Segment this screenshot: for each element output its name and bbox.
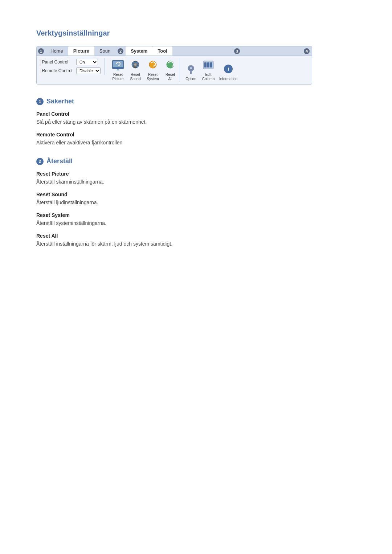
toolbar: 1 Home Picture Soun 2 System Tool 3 4 | … (36, 46, 312, 85)
reset-system-section: Reset System Återställ systeminställning… (36, 212, 356, 227)
sections-container: 1 Säkerhet Panel Control Slå på eller st… (36, 98, 356, 248)
right-icons: Option EditColumn (181, 58, 240, 82)
reset-picture-button[interactable]: ResetPicture (110, 58, 126, 82)
option-icon (184, 63, 197, 76)
remote-control-heading: Remote Control (36, 132, 356, 138)
tab-home[interactable]: Home (45, 46, 68, 56)
reset-picture-text: Återställ skärminställningarna. (36, 178, 356, 186)
panel-control-text: Slå på eller stäng av skärmen på en skär… (36, 118, 356, 126)
svg-rect-18 (207, 62, 209, 67)
reset-sound-section: Reset Sound Återställ ljudinställningarn… (36, 192, 356, 206)
reset-all-text: Återställ inställningarna för skärm, lju… (36, 240, 356, 248)
reset-sound-icon (129, 59, 142, 72)
information-icon: i (222, 63, 235, 76)
edit-column-button[interactable]: EditColumn (200, 58, 216, 82)
reset-icons: ResetPicture ResetSound (109, 58, 180, 82)
reset-system-heading: Reset System (36, 212, 356, 218)
reset-sound-text: Återställ ljudinställningarna. (36, 199, 356, 206)
panel-control-row: | Panel Control On Off (40, 58, 101, 66)
section-aterStall: 2 Återställ Reset Picture Återställ skär… (36, 157, 356, 248)
reset-system-text: Återställ systeminställningarna. (36, 219, 356, 227)
reset-all-icon (164, 59, 177, 72)
svg-point-14 (190, 67, 192, 69)
svg-rect-3 (117, 70, 119, 70)
panel-control-heading: Panel Control (36, 111, 356, 117)
section-1-heading: 1 Säkerhet (36, 98, 356, 105)
reset-picture-heading: Reset Picture (36, 171, 356, 177)
nav-num-3: 3 (234, 48, 240, 54)
edit-column-label: EditColumn (202, 73, 215, 81)
panel-control-section: Panel Control Slå på eller stäng av skär… (36, 111, 356, 126)
toolbar-body: | Panel Control On Off | Remote Control … (37, 56, 312, 84)
reset-all-heading: Reset All (36, 233, 356, 239)
reset-picture-section: Reset Picture Återställ skärminställning… (36, 171, 356, 186)
option-button[interactable]: Option (183, 62, 199, 82)
option-label: Option (185, 77, 196, 81)
reset-system-button[interactable]: ResetSystem (145, 58, 161, 82)
edit-column-icon (202, 59, 215, 72)
tab-tool[interactable]: Tool (152, 46, 172, 56)
reset-all-button[interactable]: ResetAll (162, 58, 178, 82)
toolbar-nav: 1 Home Picture Soun 2 System Tool 3 4 (37, 46, 312, 56)
section-1-num: 1 (36, 98, 44, 105)
reset-sound-heading: Reset Sound (36, 192, 356, 197)
toolbar-controls: | Panel Control On Off | Remote Control … (40, 58, 105, 75)
nav-num-2: 2 (118, 48, 123, 54)
page-title: Verktygsinställningar (36, 29, 356, 37)
nav-num-4: 4 (304, 48, 310, 54)
section-2-heading: 2 Återställ (36, 157, 356, 165)
section-2-num: 2 (36, 158, 44, 165)
reset-system-label: ResetSystem (147, 73, 159, 81)
section-sakerhet: 1 Säkerhet Panel Control Slå på eller st… (36, 98, 356, 147)
tab-system[interactable]: System (126, 46, 152, 56)
reset-picture-icon (111, 59, 124, 72)
svg-point-7 (134, 63, 136, 66)
reset-sound-label: ResetSound (130, 73, 141, 81)
svg-rect-15 (190, 71, 192, 74)
information-button[interactable]: i Information (218, 62, 239, 82)
panel-control-select[interactable]: On Off (76, 59, 98, 65)
tab-picture[interactable]: Picture (68, 46, 94, 56)
remote-control-text: Aktivera eller avaktivera fjärrkontrolle… (36, 139, 356, 147)
tab-sound[interactable]: Soun (94, 46, 115, 56)
reset-picture-label: ResetPicture (112, 73, 123, 81)
remote-control-label: | Remote Control (40, 68, 74, 73)
reset-sound-button[interactable]: ResetSound (127, 58, 143, 82)
svg-rect-17 (204, 62, 207, 67)
reset-system-icon (146, 59, 159, 72)
reset-all-section: Reset All Återställ inställningarna för … (36, 233, 356, 248)
remote-control-row: | Remote Control Disable Enable (40, 67, 101, 75)
svg-rect-19 (210, 62, 212, 67)
section-1-title: Säkerhet (46, 98, 74, 105)
nav-num-1: 1 (38, 48, 44, 54)
svg-point-2 (117, 68, 119, 70)
remote-control-section: Remote Control Aktivera eller avaktivera… (36, 132, 356, 147)
section-2-title: Återställ (46, 157, 73, 165)
panel-control-label: | Panel Control (40, 59, 74, 65)
remote-control-select[interactable]: Disable Enable (76, 67, 101, 74)
information-label: Information (219, 77, 237, 81)
reset-all-label: ResetAll (166, 73, 175, 81)
svg-text:i: i (228, 66, 229, 72)
